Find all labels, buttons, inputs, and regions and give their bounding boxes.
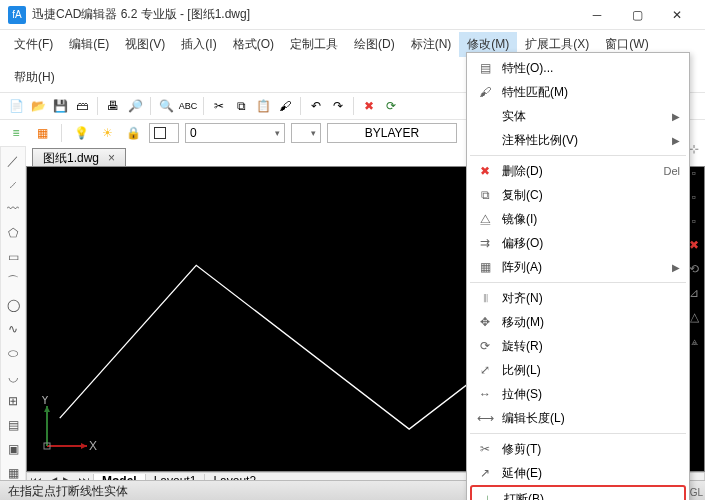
menu-break[interactable]: ⟂打断(B) bbox=[470, 485, 686, 500]
move-icon: ✥ bbox=[476, 315, 494, 329]
print-icon[interactable]: 🖶 bbox=[103, 96, 123, 116]
lineweight-value: BYLAYER bbox=[365, 126, 419, 140]
offset-icon: ⇉ bbox=[476, 236, 494, 250]
sun-icon[interactable]: ☀ bbox=[97, 123, 117, 143]
modify-menu-dropdown: ▤特性(O)... 🖌特性匹配(M) 实体▶ 注释性比例(V)▶ ✖删除(D)D… bbox=[466, 52, 690, 500]
ucs-icon: X Y bbox=[37, 396, 97, 456]
stretch-icon: ↔ bbox=[476, 387, 494, 401]
layer-filter-icon[interactable]: ▦ bbox=[32, 123, 52, 143]
menu-annotate[interactable]: 标注(N) bbox=[403, 32, 460, 57]
tab-close-icon[interactable]: × bbox=[108, 151, 115, 165]
rotate-icon: ⟳ bbox=[476, 339, 494, 353]
menu-move[interactable]: ✥移动(M) bbox=[470, 310, 686, 334]
break-icon: ⟂ bbox=[478, 492, 496, 500]
lineweight-select[interactable]: BYLAYER bbox=[327, 123, 457, 143]
refresh-icon[interactable]: ⟳ bbox=[381, 96, 401, 116]
bulb-icon[interactable]: 💡 bbox=[71, 123, 91, 143]
layer-color-swatch[interactable] bbox=[149, 123, 179, 143]
draw-toolbar-left: ／ ⟋ 〰 ⬠ ▭ ⌒ ◯ ∿ ⬭ ◡ ⊞ ▤ ▣ ▦ bbox=[0, 146, 26, 490]
linetype-select[interactable]: ▾ bbox=[291, 123, 321, 143]
ellipse-icon[interactable]: ⬭ bbox=[3, 343, 23, 363]
menu-custom[interactable]: 定制工具 bbox=[282, 32, 346, 57]
menu-file[interactable]: 文件(F) bbox=[6, 32, 61, 57]
menu-copy[interactable]: ⧉复制(C) bbox=[470, 183, 686, 207]
menu-view[interactable]: 视图(V) bbox=[117, 32, 173, 57]
paste-icon[interactable]: 📋 bbox=[253, 96, 273, 116]
editlen-icon: ⟷ bbox=[476, 411, 494, 425]
menu-array[interactable]: ▦阵列(A)▶ bbox=[470, 255, 686, 279]
circle-icon[interactable]: ◯ bbox=[3, 295, 23, 315]
ellipsearc-icon[interactable]: ◡ bbox=[3, 367, 23, 387]
matchprop-icon: 🖌 bbox=[476, 85, 494, 99]
menu-format[interactable]: 格式(O) bbox=[225, 32, 282, 57]
arc-icon[interactable]: ⌒ bbox=[3, 271, 23, 291]
saveall-icon[interactable]: 🗃 bbox=[72, 96, 92, 116]
region-icon[interactable]: ▣ bbox=[3, 439, 23, 459]
open-icon[interactable]: 📂 bbox=[28, 96, 48, 116]
insert-icon[interactable]: ⊞ bbox=[3, 391, 23, 411]
svg-marker-1 bbox=[81, 443, 87, 449]
menu-insert[interactable]: 插入(I) bbox=[173, 32, 224, 57]
array-icon: ▦ bbox=[476, 260, 494, 274]
xline-icon[interactable]: ⟋ bbox=[3, 175, 23, 195]
spline-icon[interactable]: ∿ bbox=[3, 319, 23, 339]
cut-icon[interactable]: ✂ bbox=[209, 96, 229, 116]
svg-text:Y: Y bbox=[41, 396, 49, 407]
menu-draw[interactable]: 绘图(D) bbox=[346, 32, 403, 57]
menu-editlen[interactable]: ⟷编辑长度(L) bbox=[470, 406, 686, 430]
undo-icon[interactable]: ↶ bbox=[306, 96, 326, 116]
extend-icon: ↗ bbox=[476, 466, 494, 480]
polygon-icon[interactable]: ⬠ bbox=[3, 223, 23, 243]
hatch-icon[interactable]: ▤ bbox=[3, 415, 23, 435]
menu-rotate[interactable]: ⟳旋转(R) bbox=[470, 334, 686, 358]
print-preview-icon[interactable]: 🔎 bbox=[125, 96, 145, 116]
layer-manager-icon[interactable]: ≡ bbox=[6, 123, 26, 143]
menu-help[interactable]: 帮助(H) bbox=[6, 65, 63, 90]
menu-extend[interactable]: ↗延伸(E) bbox=[470, 461, 686, 485]
lock-icon[interactable]: 🔒 bbox=[123, 123, 143, 143]
menu-offset[interactable]: ⇉偏移(O) bbox=[470, 231, 686, 255]
window-title: 迅捷CAD编辑器 6.2 专业版 - [图纸1.dwg] bbox=[32, 6, 250, 23]
matchprop-icon[interactable]: 🖌 bbox=[275, 96, 295, 116]
svg-text:X: X bbox=[89, 439, 97, 453]
find-icon[interactable]: 🔍 bbox=[156, 96, 176, 116]
mirror-icon: ⧋ bbox=[476, 212, 494, 226]
menu-edit[interactable]: 编辑(E) bbox=[61, 32, 117, 57]
spellcheck-icon[interactable]: ABC bbox=[178, 96, 198, 116]
menu-delete[interactable]: ✖删除(D)Del bbox=[470, 159, 686, 183]
delete-icon: ✖ bbox=[476, 164, 494, 178]
menu-align[interactable]: ⫴对齐(N) bbox=[470, 286, 686, 310]
copy-icon: ⧉ bbox=[476, 188, 494, 202]
scale-icon: ⤢ bbox=[476, 363, 494, 377]
menu-trim[interactable]: ✂修剪(T) bbox=[470, 437, 686, 461]
titlebar: fA 迅捷CAD编辑器 6.2 专业版 - [图纸1.dwg] ─ ▢ ✕ bbox=[0, 0, 705, 30]
app-icon: fA bbox=[8, 6, 26, 24]
maximize-button[interactable]: ▢ bbox=[617, 1, 657, 29]
erase-red-icon[interactable]: ✖ bbox=[359, 96, 379, 116]
copy-icon[interactable]: ⧉ bbox=[231, 96, 251, 116]
status-text: 在指定点打断线性实体 bbox=[8, 484, 128, 498]
menu-stretch[interactable]: ↔拉伸(S) bbox=[470, 382, 686, 406]
new-icon[interactable]: 📄 bbox=[6, 96, 26, 116]
redo-icon[interactable]: ↷ bbox=[328, 96, 348, 116]
properties-icon: ▤ bbox=[476, 61, 494, 75]
menu-properties[interactable]: ▤特性(O)... bbox=[470, 56, 686, 80]
document-tab[interactable]: 图纸1.dwg × bbox=[32, 148, 126, 167]
rectangle-icon[interactable]: ▭ bbox=[3, 247, 23, 267]
layer-select-value: 0 bbox=[190, 126, 197, 140]
menu-entity[interactable]: 实体▶ bbox=[470, 104, 686, 128]
menu-mirror[interactable]: ⧋镜像(I) bbox=[470, 207, 686, 231]
align-icon: ⫴ bbox=[476, 291, 494, 305]
close-button[interactable]: ✕ bbox=[657, 1, 697, 29]
menu-scale[interactable]: ⤢比例(L) bbox=[470, 358, 686, 382]
trim-icon: ✂ bbox=[476, 442, 494, 456]
minimize-button[interactable]: ─ bbox=[577, 1, 617, 29]
tab-label: 图纸1.dwg bbox=[43, 151, 99, 165]
save-icon[interactable]: 💾 bbox=[50, 96, 70, 116]
polyline-icon[interactable]: 〰 bbox=[3, 199, 23, 219]
line-icon[interactable]: ／ bbox=[3, 151, 23, 171]
menu-annoscale[interactable]: 注释性比例(V)▶ bbox=[470, 128, 686, 152]
layer-select[interactable]: 0▾ bbox=[185, 123, 285, 143]
menu-matchprop[interactable]: 🖌特性匹配(M) bbox=[470, 80, 686, 104]
